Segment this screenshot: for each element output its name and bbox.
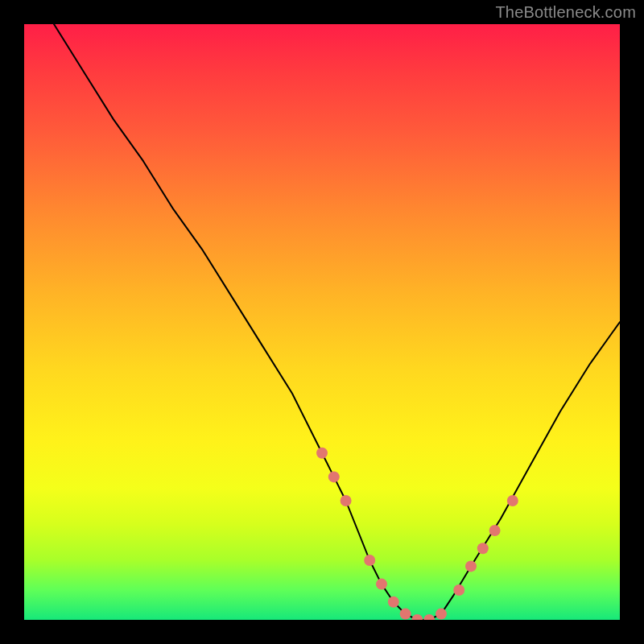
curve-marker: [341, 495, 352, 506]
curve-marker: [364, 555, 375, 566]
curve-marker: [489, 525, 501, 536]
curve-svg: [24, 24, 620, 620]
curve-marker: [507, 495, 518, 506]
curve-marker: [328, 471, 340, 482]
curve-marker: [316, 448, 328, 459]
plot-area: [24, 24, 620, 620]
chart-frame: TheBottleneck.com: [0, 0, 644, 644]
curve-markers: [316, 448, 518, 620]
curve-marker: [477, 543, 489, 554]
curve-marker: [411, 614, 423, 620]
curve-marker: [436, 609, 447, 620]
bottleneck-curve: [54, 24, 620, 620]
curve-marker: [388, 597, 399, 608]
curve-marker: [423, 614, 435, 620]
curve-marker: [465, 560, 477, 572]
curve-marker: [453, 584, 464, 596]
watermark-text: TheBottleneck.com: [495, 3, 636, 22]
curve-marker: [376, 579, 387, 590]
curve-marker: [400, 609, 411, 620]
